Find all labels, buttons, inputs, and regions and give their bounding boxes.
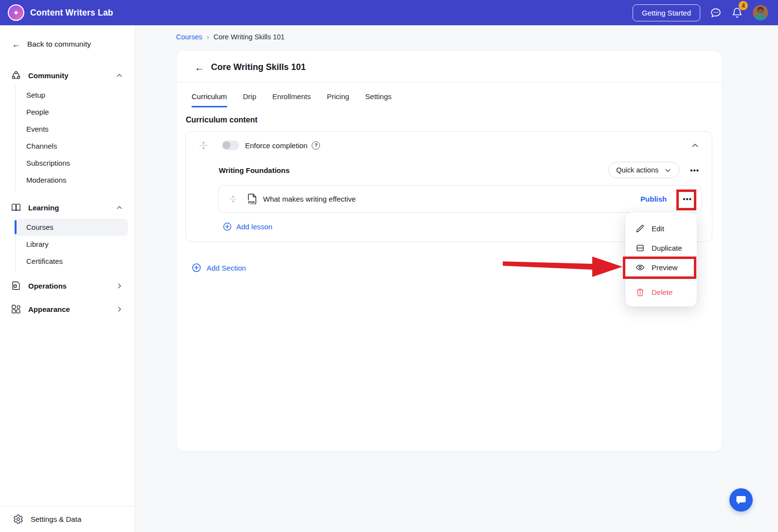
- enforce-completion-toggle[interactable]: [222, 140, 239, 150]
- app-title: Content Writers Lab: [30, 8, 113, 18]
- section-controls-row: Enforce completion ?: [186, 132, 712, 159]
- add-section-label: Add Section: [207, 264, 246, 272]
- sidebar-item-appearance[interactable]: Appearance: [0, 299, 135, 319]
- sidebar-item-community[interactable]: Community: [0, 65, 135, 86]
- curriculum-content-heading: Curriculum content: [186, 116, 722, 124]
- trash-icon: [636, 288, 645, 297]
- tab-drip[interactable]: Drip: [243, 92, 257, 107]
- operations-icon: [11, 280, 21, 291]
- tab-curriculum[interactable]: Curriculum: [192, 92, 227, 107]
- app-logo-icon[interactable]: ✦: [8, 4, 24, 21]
- chat-bubble-icon: [735, 494, 747, 506]
- menu-item-edit-label: Edit: [652, 224, 664, 233]
- add-section-button[interactable]: Add Section: [192, 263, 246, 273]
- publish-button[interactable]: Publish: [640, 195, 667, 203]
- section-title: Writing Foundations: [219, 166, 290, 174]
- enforce-completion-label: Enforce completion: [245, 141, 307, 150]
- sidebar-group-community: Community Setup People Events Channels S…: [0, 65, 135, 191]
- sparkle-icon: ✦: [13, 8, 19, 17]
- breadcrumb: Courses › Core Writing Skills 101: [176, 33, 284, 41]
- user-avatar[interactable]: [753, 5, 768, 20]
- top-bar-actions: Getting Started 4: [633, 4, 768, 21]
- learning-label: Learning: [28, 204, 59, 212]
- section-more-options-button[interactable]: •••: [690, 167, 699, 174]
- sidebar-item-certificates[interactable]: Certificates: [16, 253, 128, 270]
- gear-icon: [13, 514, 23, 524]
- plus-circle-icon: [223, 222, 232, 231]
- brand: ✦ Content Writers Lab: [8, 4, 113, 21]
- appearance-label: Appearance: [28, 305, 70, 313]
- menu-item-duplicate-label: Duplicate: [652, 244, 682, 252]
- course-tabs: Curriculum Drip Enrollments Pricing Sett…: [192, 92, 722, 107]
- community-icon: [11, 70, 21, 81]
- getting-started-button[interactable]: Getting Started: [633, 4, 700, 21]
- settings-data-label: Settings & Data: [31, 515, 81, 523]
- lesson-row[interactable]: PDF What makes writing effective Publish…: [218, 185, 702, 213]
- sidebar-item-operations[interactable]: Operations: [0, 275, 135, 296]
- sidebar-item-setup[interactable]: Setup: [16, 86, 128, 103]
- course-card-header: ← Core Writing Skills 101: [177, 51, 722, 83]
- drag-handle-icon[interactable]: [199, 141, 208, 150]
- sidebar-item-moderations[interactable]: Moderations: [16, 172, 128, 189]
- sidebar-item-events[interactable]: Events: [16, 120, 128, 137]
- svg-text:PDF: PDF: [248, 201, 255, 204]
- chat-launcher-button[interactable]: [729, 488, 753, 512]
- community-subnav: Setup People Events Channels Subscriptio…: [15, 86, 135, 191]
- edit-pencil-icon: [636, 224, 645, 233]
- chevron-right-icon: [116, 306, 123, 313]
- chevron-up-icon[interactable]: [116, 204, 123, 211]
- section-collapse-button[interactable]: [691, 141, 699, 150]
- menu-item-delete[interactable]: Delete: [625, 282, 697, 302]
- menu-separator: [632, 279, 690, 280]
- menu-item-delete-label: Delete: [652, 288, 672, 296]
- sidebar-item-channels[interactable]: Channels: [16, 137, 128, 154]
- back-arrow-icon: ←: [12, 40, 20, 49]
- top-bar: ✦ Content Writers Lab Getting Started 4: [0, 0, 778, 25]
- back-to-community-label: Back to community: [27, 40, 91, 49]
- toggle-knob: [223, 141, 230, 149]
- tab-settings[interactable]: Settings: [365, 92, 391, 107]
- lesson-title: What makes writing effective: [263, 195, 356, 203]
- eye-icon: [636, 263, 645, 272]
- sidebar-item-subscriptions[interactable]: Subscriptions: [16, 154, 128, 172]
- sidebar-item-courses[interactable]: Courses: [16, 219, 128, 236]
- section-title-row: Writing Foundations Quick actions •••: [186, 159, 712, 185]
- sidebar-item-library[interactable]: Library: [16, 236, 128, 253]
- notification-count-badge: 4: [739, 1, 748, 10]
- quick-actions-button[interactable]: Quick actions: [608, 162, 679, 178]
- menu-item-preview[interactable]: Preview: [625, 257, 697, 277]
- sidebar-item-settings-data[interactable]: Settings & Data: [0, 506, 135, 532]
- menu-item-edit[interactable]: Edit: [625, 219, 697, 238]
- tab-enrollments[interactable]: Enrollments: [272, 92, 311, 107]
- tab-pricing[interactable]: Pricing: [327, 92, 349, 107]
- sidebar: ← Back to community Community Setup Peop…: [0, 25, 135, 532]
- chevron-down-icon: [664, 167, 672, 174]
- chevron-up-icon[interactable]: [116, 72, 123, 79]
- lesson-more-options-button[interactable]: •••: [683, 195, 692, 203]
- sidebar-item-learning[interactable]: Learning: [0, 197, 135, 218]
- plus-circle-icon: [192, 263, 201, 273]
- notifications-bell-icon[interactable]: 4: [731, 7, 743, 18]
- chevron-up-icon: [691, 141, 699, 150]
- menu-item-preview-label: Preview: [652, 263, 677, 272]
- operations-label: Operations: [28, 282, 67, 290]
- breadcrumb-courses-link[interactable]: Courses: [176, 33, 202, 41]
- sidebar-item-people[interactable]: People: [16, 103, 128, 120]
- add-lesson-button[interactable]: Add lesson: [186, 213, 272, 241]
- drag-handle-icon[interactable]: [230, 195, 237, 203]
- learning-icon: [11, 202, 21, 213]
- chevron-right-icon: [116, 282, 123, 290]
- help-icon[interactable]: ?: [312, 141, 320, 150]
- sidebar-group-learning: Learning Courses Library Certificates: [0, 197, 135, 273]
- back-to-community-link[interactable]: ← Back to community: [12, 40, 135, 49]
- duplicate-icon: [636, 243, 645, 253]
- messages-icon[interactable]: [710, 7, 722, 18]
- menu-item-duplicate[interactable]: Duplicate: [625, 238, 697, 257]
- learning-subnav: Courses Library Certificates: [15, 218, 135, 273]
- breadcrumb-separator-icon: ›: [207, 33, 209, 41]
- course-back-button[interactable]: ←: [194, 63, 204, 72]
- quick-actions-label: Quick actions: [616, 166, 658, 174]
- course-title: Core Writing Skills 101: [211, 62, 306, 72]
- breadcrumb-current: Core Writing Skills 101: [213, 33, 284, 41]
- add-lesson-label: Add lesson: [236, 223, 272, 231]
